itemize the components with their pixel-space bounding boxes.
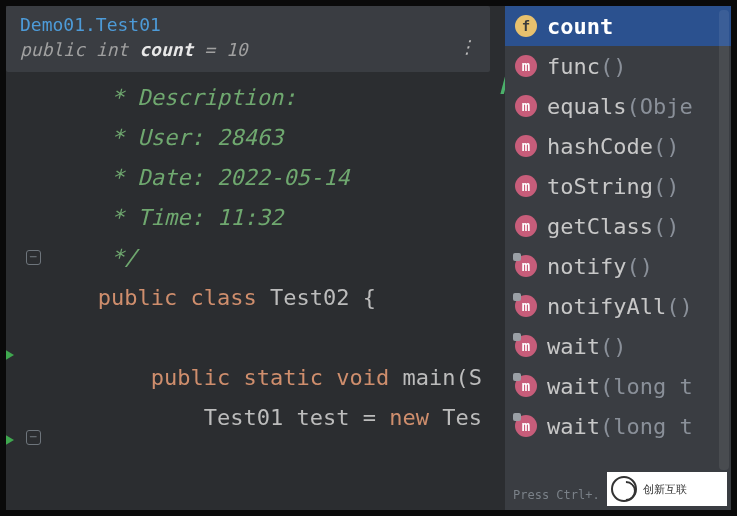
watermark-logo: 创新互联 (607, 472, 727, 506)
completion-item[interactable]: fcount (505, 6, 731, 46)
watermark-icon (611, 476, 637, 502)
completion-label: wait(long t (547, 374, 693, 399)
scrollbar[interactable] (719, 10, 729, 470)
more-actions-icon[interactable]: ⋮ (458, 36, 476, 57)
completion-item[interactable]: mhashCode() (505, 126, 731, 166)
completion-label: equals(Obje (547, 94, 693, 119)
method-icon: m (515, 375, 537, 397)
watermark-text: 创新互联 (643, 482, 687, 497)
completion-item[interactable]: mtoString() (505, 166, 731, 206)
field-signature: public int count = 10 (20, 39, 476, 60)
completion-label: notifyAll() (547, 294, 693, 319)
quick-doc-tooltip: Demo01.Test01 public int count = 10 ⋮ (6, 6, 490, 72)
method-icon: m (515, 415, 537, 437)
completion-item[interactable]: mwait(long t (505, 366, 731, 406)
completion-label: wait() (547, 334, 626, 359)
completion-item[interactable]: mwait(long t (505, 406, 731, 446)
completion-item[interactable]: mgetClass() (505, 206, 731, 246)
fold-handle[interactable]: − (26, 250, 41, 265)
class-path: Demo01.Test01 (20, 14, 476, 35)
completion-item[interactable]: mnotify() (505, 246, 731, 286)
method-icon: m (515, 215, 537, 237)
method-icon: m (515, 135, 537, 157)
method-icon: m (515, 95, 537, 117)
run-gutter-icon[interactable] (6, 348, 14, 362)
completion-label: notify() (547, 254, 653, 279)
code-completion-popup[interactable]: fcountmfunc()mequals(ObjemhashCode()mtoS… (505, 6, 731, 510)
completion-item[interactable]: mnotifyAll() (505, 286, 731, 326)
gutter: − − (6, 78, 50, 510)
completion-label: wait(long t (547, 414, 693, 439)
completion-label: count (547, 14, 613, 39)
completion-label: toString() (547, 174, 679, 199)
method-icon: m (515, 175, 537, 197)
completion-item[interactable]: mequals(Obje (505, 86, 731, 126)
method-icon: m (515, 255, 537, 277)
method-icon: m (515, 335, 537, 357)
fold-handle[interactable]: − (26, 430, 41, 445)
completion-item[interactable]: mfunc() (505, 46, 731, 86)
completion-item[interactable]: mwait() (505, 326, 731, 366)
method-icon: m (515, 55, 537, 77)
method-icon: m (515, 295, 537, 317)
field-icon: f (515, 15, 537, 37)
completion-label: getClass() (547, 214, 679, 239)
completion-label: func() (547, 54, 626, 79)
completion-hint: Press Ctrl+. to (513, 488, 621, 502)
completion-label: hashCode() (547, 134, 679, 159)
run-gutter-icon[interactable] (6, 433, 14, 447)
